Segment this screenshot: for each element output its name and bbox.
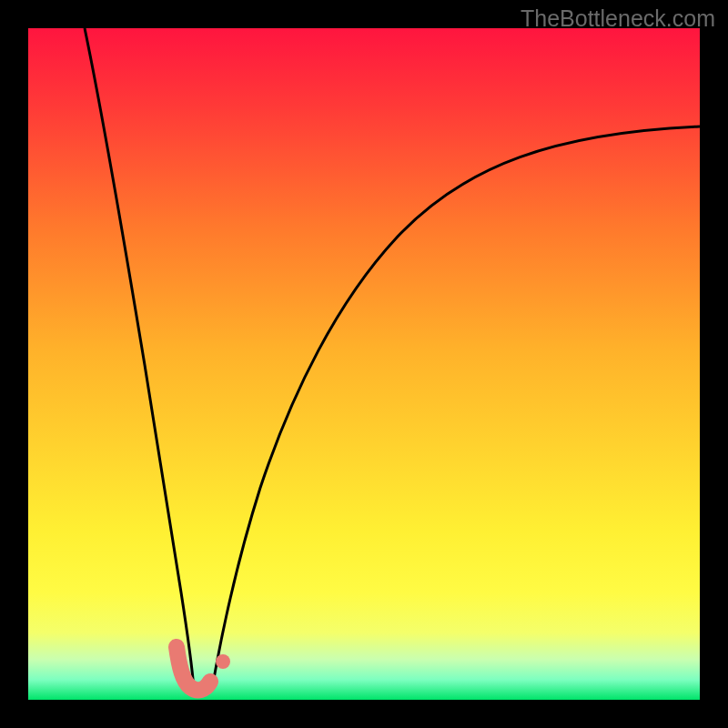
right-curve	[212, 126, 700, 689]
curves-layer	[28, 28, 700, 700]
marker-left-thick	[177, 647, 210, 690]
watermark-text: TheBottleneck.com	[521, 5, 715, 32]
left-curve	[85, 28, 194, 689]
plot-area	[28, 28, 700, 700]
marker-right-dot	[216, 654, 230, 669]
